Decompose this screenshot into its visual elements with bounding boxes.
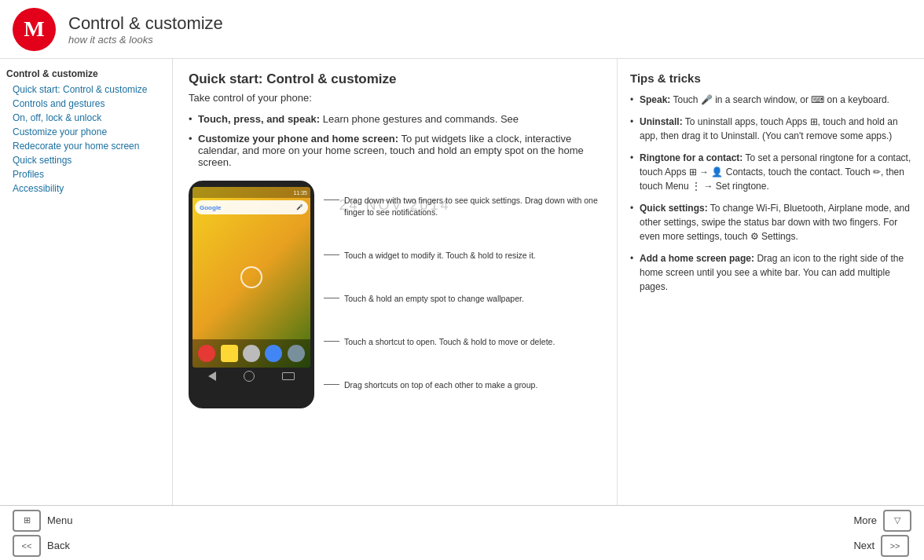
tip-3: Quick settings: To change Wi-Fi, Bluetoo… bbox=[630, 201, 911, 243]
menu-icon: ⊞ bbox=[13, 510, 41, 532]
phone-nav-bar bbox=[192, 368, 310, 385]
back-button[interactable]: << Back bbox=[13, 535, 73, 557]
more-button[interactable]: More ▽ bbox=[853, 510, 911, 532]
sidebar-item-on-off-lock[interactable]: On, off, lock & unlock bbox=[6, 111, 166, 125]
nav-recents-icon bbox=[282, 372, 295, 380]
nav-home-icon bbox=[244, 371, 255, 382]
sidebar-item-redecorate[interactable]: Redecorate your home screen bbox=[6, 139, 166, 153]
menu-label: Menu bbox=[47, 514, 73, 526]
tip-0: Speak: Touch 🎤 in a search window, or ⌨ … bbox=[630, 93, 911, 107]
tip-label-0: Speak: bbox=[640, 94, 670, 105]
phone-mockup: 11:35 Google 🎤 bbox=[189, 181, 314, 408]
tip-label-2: Ringtone for a contact: bbox=[640, 152, 742, 163]
phone-status-bar: 11:35 bbox=[192, 187, 310, 198]
tips-panel: Tips & tricks Speak: Touch 🎤 in a search… bbox=[618, 59, 924, 505]
section-intro: Take control of your phone: bbox=[189, 92, 601, 104]
next-button[interactable]: Next >> bbox=[853, 535, 911, 557]
dock-icon-apps bbox=[243, 345, 260, 362]
tip-4: Add a home screen page: Drag an icon to … bbox=[630, 251, 911, 294]
header-subtitle: how it acts & looks bbox=[68, 34, 223, 46]
phone-dock bbox=[192, 339, 310, 368]
bullet-text-0: Learn phone gestures and commands. See bbox=[320, 113, 519, 125]
bullet-item-1: Customize your phone and home screen: To… bbox=[189, 133, 601, 168]
google-label: Google bbox=[200, 204, 222, 211]
sidebar-item-accessibility[interactable]: Accessibility bbox=[6, 181, 166, 196]
phone-screen: 11:35 Google 🎤 bbox=[192, 187, 310, 368]
callout-line-4 bbox=[324, 384, 339, 385]
bottom-nav: ⊞ Menu << Back More ▽ Next >> bbox=[0, 505, 924, 560]
bullet-label-1: Customize your phone and home screen: bbox=[198, 133, 398, 145]
callout-text-4: Drag shortcuts on top of each other to m… bbox=[344, 379, 537, 391]
callout-2: Touch & hold an empty spot to change wal… bbox=[324, 293, 601, 305]
header-title: Control & customize bbox=[68, 13, 223, 34]
callout-3: Touch a shortcut to open. Touch & hold t… bbox=[324, 336, 601, 348]
callout-line-2 bbox=[324, 298, 339, 298]
tip-label-3: Quick settings: bbox=[640, 203, 708, 214]
left-nav-group: ⊞ Menu << Back bbox=[13, 510, 73, 557]
dock-icon-msg bbox=[221, 345, 238, 362]
callout-1: Touch a widget to modify it. Touch & hol… bbox=[324, 250, 601, 262]
mic-icon: 🎤 bbox=[296, 204, 303, 210]
phone-google-bar: Google 🎤 bbox=[195, 200, 308, 214]
menu-button[interactable]: ⊞ Menu bbox=[13, 510, 73, 532]
back-label: Back bbox=[47, 540, 70, 551]
tip-2: Ringtone for a contact: To set a persona… bbox=[630, 151, 911, 193]
back-icon: << bbox=[13, 535, 41, 557]
sidebar: Control & customize Quick start: Control… bbox=[0, 59, 173, 505]
callout-line-3 bbox=[324, 341, 339, 342]
callout-line-0 bbox=[324, 199, 339, 200]
next-label: Next bbox=[853, 540, 874, 551]
section-title: Quick start: Control & customize bbox=[189, 71, 601, 87]
nav-back-icon bbox=[208, 372, 216, 381]
callout-text-2: Touch & hold an empty spot to change wal… bbox=[344, 293, 524, 305]
header-text: Control & customize how it acts & looks bbox=[68, 13, 223, 46]
callout-text-1: Touch a widget to modify it. Touch & hol… bbox=[344, 250, 536, 262]
sidebar-item-quick-settings[interactable]: Quick settings bbox=[6, 153, 166, 167]
dock-icon-chrome bbox=[265, 345, 282, 362]
dock-icon-phone bbox=[198, 345, 215, 362]
dock-icon-camera bbox=[288, 345, 305, 362]
main-bullet-list: Touch, press, and speak: Learn phone ges… bbox=[189, 113, 601, 168]
tip-1: Uninstall: To uninstall apps, touch Apps… bbox=[630, 115, 911, 143]
right-nav-group: More ▽ Next >> bbox=[853, 510, 911, 557]
motorola-logo: M bbox=[13, 8, 56, 51]
tips-title: Tips & tricks bbox=[630, 71, 911, 85]
phone-time: 11:35 bbox=[293, 190, 307, 196]
callout-4: Drag shortcuts on top of each other to m… bbox=[324, 379, 601, 391]
sidebar-item-customize-phone[interactable]: Customize your phone bbox=[6, 125, 166, 139]
tips-list: Speak: Touch 🎤 in a search window, or ⌨ … bbox=[630, 93, 911, 294]
callouts-area: Drag down with two fingers to see quick … bbox=[324, 181, 601, 408]
callout-line-1 bbox=[324, 254, 339, 255]
sidebar-section-title: Control & customize bbox=[6, 68, 166, 79]
sidebar-item-quick-start[interactable]: Quick start: Control & customize bbox=[6, 82, 166, 97]
callout-0: Drag down with two fingers to see quick … bbox=[324, 195, 601, 218]
bullet-item-0: Touch, press, and speak: Learn phone ges… bbox=[189, 113, 601, 125]
sidebar-item-profiles[interactable]: Profiles bbox=[6, 167, 166, 181]
tip-label-4: Add a home screen page: bbox=[640, 253, 754, 264]
next-icon: >> bbox=[881, 535, 909, 557]
page-content-area: Quick start: Control & customize Take co… bbox=[189, 71, 601, 408]
phone-illustration: 11:35 Google 🎤 bbox=[189, 181, 601, 408]
phone-center-dot bbox=[240, 266, 262, 288]
more-label: More bbox=[853, 514, 877, 526]
content-left: Quick start: Control & customize Take co… bbox=[173, 59, 618, 505]
header: M Control & customize how it acts & look… bbox=[0, 0, 924, 59]
tip-label-1: Uninstall: bbox=[640, 116, 683, 127]
main-area: Control & customize Quick start: Control… bbox=[0, 59, 924, 505]
callout-text-0: Drag down with two fingers to see quick … bbox=[344, 195, 601, 218]
bullet-label-0: Touch, press, and speak: bbox=[198, 113, 320, 125]
more-icon: ▽ bbox=[883, 510, 911, 532]
sidebar-item-controls-gestures[interactable]: Controls and gestures bbox=[6, 97, 166, 111]
tip-text-0: Touch 🎤 in a search window, or ⌨ on a ke… bbox=[670, 94, 889, 105]
callout-text-3: Touch a shortcut to open. Touch & hold t… bbox=[344, 336, 555, 348]
